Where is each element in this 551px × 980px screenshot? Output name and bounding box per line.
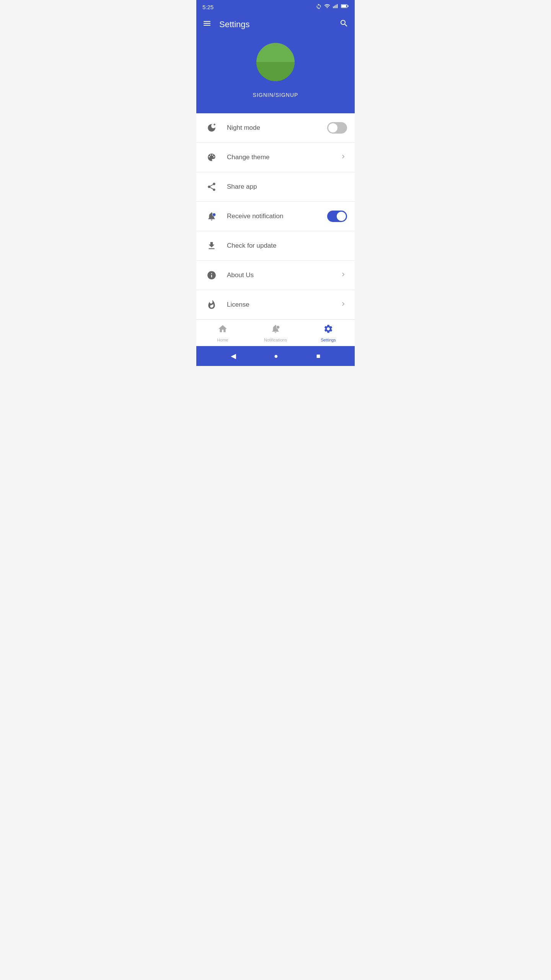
bottom-nav-home[interactable]: Home [196, 320, 249, 346]
receive-notification-slider [327, 211, 347, 222]
svg-rect-1 [341, 5, 346, 7]
home-nav-label: Home [217, 338, 228, 342]
info-icon [204, 268, 219, 283]
avatar [256, 43, 295, 81]
status-bar: 5:25 [196, 0, 355, 14]
signal-icon [333, 3, 339, 11]
check-update-label: Check for update [227, 242, 347, 250]
settings-item-about-us[interactable]: About Us [196, 261, 355, 290]
receive-notification-toggle[interactable] [327, 211, 347, 222]
signin-signup-label[interactable]: SIGNIN/SIGNUP [253, 92, 298, 98]
bottom-nav-settings[interactable]: Settings [302, 320, 355, 346]
status-icons [316, 3, 349, 11]
svg-point-4 [276, 325, 280, 329]
wifi-icon [324, 3, 330, 11]
menu-button[interactable] [202, 19, 212, 30]
about-us-label: About Us [227, 271, 339, 279]
app-bar: Settings [196, 14, 355, 35]
svg-point-3 [212, 213, 216, 216]
share-icon [204, 179, 219, 194]
page-title: Settings [219, 20, 339, 29]
home-icon [218, 324, 228, 336]
notifications-nav-label: Notifications [264, 338, 287, 342]
notification-icon [204, 209, 219, 224]
night-mode-icon [204, 120, 219, 136]
back-button[interactable]: ◀ [231, 352, 236, 360]
settings-item-share-app[interactable]: Share app [196, 172, 355, 202]
bottom-navigation: Home Notifications Settings [196, 319, 355, 346]
sync-icon [316, 3, 322, 11]
download-icon [204, 238, 219, 253]
share-app-label: Share app [227, 183, 347, 191]
settings-item-check-update[interactable]: Check for update [196, 231, 355, 261]
avatar-circle [256, 43, 295, 81]
profile-section[interactable]: SIGNIN/SIGNUP [196, 35, 355, 113]
settings-item-license[interactable]: License [196, 290, 355, 319]
license-label: License [227, 301, 339, 309]
settings-item-night-mode[interactable]: Night mode [196, 113, 355, 143]
night-mode-label: Night mode [227, 124, 327, 132]
svg-rect-2 [348, 5, 349, 7]
settings-nav-label: Settings [321, 338, 336, 342]
license-chevron [339, 300, 347, 310]
recent-button[interactable]: ■ [316, 352, 320, 360]
bell-icon [271, 324, 280, 336]
palette-icon [204, 150, 219, 165]
status-time: 5:25 [202, 4, 214, 10]
settings-item-change-theme[interactable]: Change theme [196, 143, 355, 172]
search-button[interactable] [339, 19, 349, 30]
settings-list: Night mode Change theme Share app [196, 113, 355, 319]
battery-icon [341, 3, 349, 10]
system-navigation: ◀ ● ■ [196, 346, 355, 366]
gear-icon [323, 324, 333, 336]
bottom-nav-notifications[interactable]: Notifications [249, 320, 302, 346]
receive-notification-label: Receive notification [227, 212, 327, 220]
home-button[interactable]: ● [274, 352, 278, 360]
night-mode-toggle[interactable] [327, 122, 347, 134]
about-us-chevron [339, 271, 347, 280]
settings-item-receive-notification[interactable]: Receive notification [196, 202, 355, 231]
night-mode-slider [327, 122, 347, 134]
license-icon [204, 297, 219, 312]
change-theme-chevron [339, 153, 347, 162]
change-theme-label: Change theme [227, 154, 339, 161]
avatar-bottom-half [256, 62, 295, 81]
